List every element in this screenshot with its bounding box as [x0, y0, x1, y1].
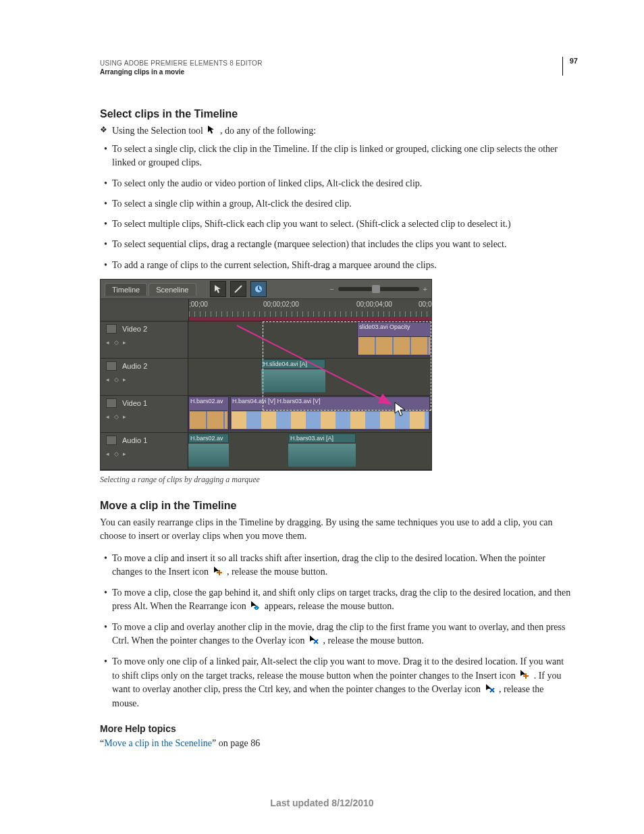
track-audio2[interactable]: H.slide04.avi [A] [188, 359, 431, 395]
track-audio1[interactable]: H.bars02.av H.bars03.avi [A] [188, 433, 431, 469]
properties-button[interactable] [250, 281, 267, 297]
clip-slide04a[interactable]: H.slide04.avi [A] [261, 359, 325, 369]
bullet-item: To move a clip, close the gap behind it,… [112, 586, 572, 614]
keyframe-nav-icon[interactable]: ◂ ◇ ▸ [106, 450, 128, 457]
bullet-item: To add a range of clips to the current s… [112, 259, 572, 272]
heading-move-clip: Move a clip in the Timeline [100, 500, 572, 512]
bullet-item: To select a single clip within a group, … [112, 197, 572, 211]
track-header-audio1[interactable]: Audio 1 ◂ ◇ ▸ [101, 433, 188, 469]
selection-tool-button[interactable] [210, 281, 226, 297]
speaker-icon [106, 361, 117, 371]
help-link-line: “Move a clip in the Sceneline” on page 8… [100, 737, 572, 750]
track-video2[interactable]: slide03.avi Opacity [188, 321, 431, 358]
film-icon [106, 324, 117, 334]
track-video1[interactable]: H.bars02.av H.bars04.avi [V] H.bars03.av… [188, 396, 431, 432]
page-number: 97 [562, 57, 578, 76]
rearrange-cursor-icon [250, 600, 260, 614]
header-chapter-title: Arranging clips in a movie [100, 68, 572, 76]
track-header-video2[interactable]: Video 2 ◂ ◇ ▸ [101, 321, 188, 358]
timecode: 00;0 [419, 301, 431, 308]
move-bullets: To move a clip and insert it so all trac… [100, 552, 572, 711]
insert-cursor-icon [213, 566, 223, 579]
overlay-cursor-icon [485, 683, 495, 697]
figure-caption: Selecting a range of clips by dragging a… [100, 475, 572, 485]
clip-bars02a[interactable]: H.bars02.av [188, 434, 229, 443]
header-book-title: USING ADOBE PREMIERE ELEMENTS 8 EDITOR [100, 59, 572, 67]
clip-bars02v[interactable]: H.bars02.av [188, 396, 229, 430]
bullet-item: To move a clip and insert it so all trac… [112, 552, 572, 579]
tab-sceneline[interactable]: Sceneline [149, 283, 196, 296]
bullet-item: To move only one clip of a linked pair, … [112, 655, 572, 710]
lead-item: Using the Selection tool , do any of the… [112, 124, 572, 138]
zoom-in-button[interactable]: + [423, 285, 427, 293]
zoom-out-button[interactable]: − [329, 285, 333, 293]
razor-tool-button[interactable] [230, 281, 246, 297]
intro-paragraph: You can easily rearrange clips in the Ti… [100, 516, 572, 544]
speaker-icon [106, 436, 117, 445]
clip-slide03[interactable]: slide03.avi Opacity [357, 322, 431, 356]
page: USING ADOBE PREMIERE ELEMENTS 8 EDITOR A… [0, 0, 644, 834]
bullet-item: To select a single clip, click the clip … [112, 142, 572, 170]
clip-bars0403v[interactable]: H.bars04.avi [V] H.bars03.avi [V] [230, 396, 430, 430]
track-header-audio2[interactable]: Audio 2 ◂ ◇ ▸ [101, 359, 188, 395]
film-icon [106, 398, 117, 408]
lead-list: Using the Selection tool , do any of the… [100, 124, 572, 138]
footer-updated: Last updated 8/12/2010 [0, 798, 644, 808]
running-header: USING ADOBE PREMIERE ELEMENTS 8 EDITOR A… [100, 59, 572, 76]
link-move-clip-sceneline[interactable]: Move a clip in the Sceneline [104, 738, 212, 748]
insert-cursor-icon [520, 669, 529, 683]
clip-bars03a[interactable]: H.bars03.avi [A] [288, 434, 356, 443]
overlay-cursor-icon [309, 635, 319, 648]
zoom-slider[interactable] [338, 287, 419, 291]
keyframe-nav-icon[interactable]: ◂ ◇ ▸ [106, 376, 128, 383]
timecode: ;00;00 [189, 301, 208, 308]
timeline-screenshot: Timeline Sceneline − + ;00;00 00;00;02 [100, 279, 432, 471]
bullet-item: To select sequential clips, drag a recta… [112, 238, 572, 251]
bullet-item: To select only the audio or video portio… [112, 177, 572, 190]
heading-select-clips: Select clips in the Timeline [100, 108, 572, 120]
bullet-item: To move a clip and overlay another clip … [112, 621, 572, 648]
keyframe-nav-icon[interactable]: ◂ ◇ ▸ [106, 413, 128, 420]
tab-timeline[interactable]: Timeline [105, 283, 147, 296]
timecode: 00;00;04;00 [356, 301, 392, 308]
select-bullets: To select a single clip, click the clip … [100, 142, 572, 272]
time-ruler[interactable]: ;00;00 00;00;02;00 00;00;04;00 00;0 [189, 299, 431, 321]
keyframe-nav-icon[interactable]: ◂ ◇ ▸ [106, 339, 128, 346]
track-header-video1[interactable]: Video 1 ◂ ◇ ▸ [101, 396, 188, 432]
bullet-item: To select multiple clips, Shift-click ea… [112, 217, 572, 231]
selection-tool-icon [207, 125, 215, 138]
timecode: 00;00;02;00 [263, 301, 299, 308]
more-help-heading: More Help topics [100, 723, 572, 734]
